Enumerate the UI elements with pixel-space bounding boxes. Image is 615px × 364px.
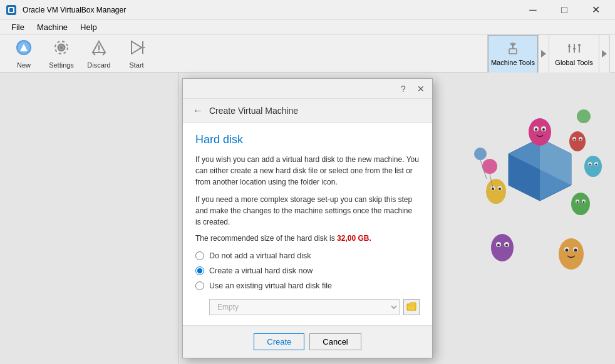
machine-tools-button[interactable]: Machine Tools <box>488 35 538 73</box>
global-tools-dropdown[interactable] <box>599 35 609 73</box>
global-tools-button[interactable]: Global Tools <box>549 35 599 73</box>
discard-icon <box>90 39 108 60</box>
radio-use-existing-input[interactable] <box>195 281 204 290</box>
menu-bar: File Machine Help <box>0 20 615 35</box>
dialog-help-button[interactable]: ? <box>397 83 410 95</box>
new-button[interactable]: New <box>5 38 43 70</box>
dialog-section-title: Hard disk <box>195 133 420 146</box>
new-icon <box>15 39 33 60</box>
dialog-header: ← Create Virtual Machine <box>183 99 432 123</box>
disk-file-dropdown[interactable]: Empty <box>209 299 400 315</box>
create-vm-dialog: ? ✕ ← Create Virtual Machine Hard disk I… <box>182 78 433 358</box>
close-button[interactable]: ✕ <box>581 0 610 20</box>
recommended-size-text: The recommended size of the hard disk is… <box>195 234 420 243</box>
radio-use-existing[interactable]: Use an existing virtual hard disk file <box>195 281 420 290</box>
radio-create-new-input[interactable] <box>195 266 204 275</box>
svg-point-8 <box>59 46 63 49</box>
new-label: New <box>17 61 31 69</box>
folder-icon <box>406 302 416 313</box>
svg-point-11 <box>98 51 100 52</box>
disk-options: Do not add a virtual hard disk Create a … <box>195 251 420 290</box>
svg-rect-14 <box>509 49 517 54</box>
window-title: Oracle VM VirtualBox Manager <box>23 6 519 14</box>
svg-marker-12 <box>132 41 142 54</box>
dialog-back-button[interactable]: ← <box>193 105 203 116</box>
disk-file-folder-button[interactable] <box>403 299 420 315</box>
dialog-description-1: If you wish you can add a virtual hard d… <box>195 154 420 188</box>
radio-use-existing-label: Use an existing virtual hard disk file <box>209 281 332 290</box>
svg-marker-15 <box>541 50 546 58</box>
settings-button[interactable]: Settings <box>43 38 80 70</box>
machine-tools-dropdown[interactable] <box>538 35 549 73</box>
toolbar: New Settings Discard <box>0 35 615 73</box>
start-label: Start <box>129 61 143 69</box>
dialog-footer: Create Cancel <box>183 325 432 358</box>
discard-button[interactable]: Discard <box>80 38 118 70</box>
menu-help[interactable]: Help <box>74 21 103 33</box>
settings-label: Settings <box>49 61 74 69</box>
dialog-titlebar: ? ✕ <box>183 79 432 99</box>
radio-no-disk[interactable]: Do not add a virtual hard disk <box>195 251 420 260</box>
global-tools-label: Global Tools <box>555 59 592 66</box>
cancel-button[interactable]: Cancel <box>309 333 361 350</box>
maximize-button[interactable]: □ <box>550 0 579 20</box>
machine-tools-icon <box>504 41 522 56</box>
menu-file[interactable]: File <box>5 21 31 33</box>
dialog-description-2: If you need a more complex storage set-u… <box>195 194 420 228</box>
create-button[interactable]: Create <box>254 333 304 350</box>
dialog-close-button[interactable]: ✕ <box>415 83 427 95</box>
discard-label: Discard <box>87 61 110 69</box>
svg-rect-2 <box>9 8 13 12</box>
start-button[interactable]: Start <box>118 38 155 70</box>
title-bar: Oracle VM VirtualBox Manager ─ □ ✕ <box>0 0 615 20</box>
modal-overlay: ? ✕ ← Create Virtual Machine Hard disk I… <box>0 73 615 364</box>
global-tools-icon <box>566 41 583 56</box>
radio-no-disk-label: Do not add a virtual hard disk <box>209 251 311 260</box>
disk-file-row: Empty <box>209 299 420 315</box>
recommended-size-prefix: The recommended size of the hard disk is <box>195 234 337 243</box>
main-area: ual ause you on in the <box>0 73 615 364</box>
machine-tools-label: Machine Tools <box>491 59 535 66</box>
radio-create-new[interactable]: Create a virtual hard disk now <box>195 266 420 275</box>
recommended-size-value: 32,00 GB. <box>337 234 371 243</box>
dialog-header-title: Create Virtual Machine <box>209 106 298 116</box>
dialog-body: Hard disk If you wish you can add a virt… <box>183 123 432 325</box>
radio-no-disk-input[interactable] <box>195 251 204 260</box>
start-icon <box>128 39 145 60</box>
radio-create-new-label: Create a virtual hard disk now <box>209 266 313 275</box>
window-controls: ─ □ ✕ <box>519 0 610 20</box>
menu-machine[interactable]: Machine <box>31 21 74 33</box>
settings-icon <box>53 39 70 60</box>
minimize-button[interactable]: ─ <box>519 0 547 20</box>
svg-marker-22 <box>602 50 607 58</box>
app-icon <box>5 4 18 16</box>
